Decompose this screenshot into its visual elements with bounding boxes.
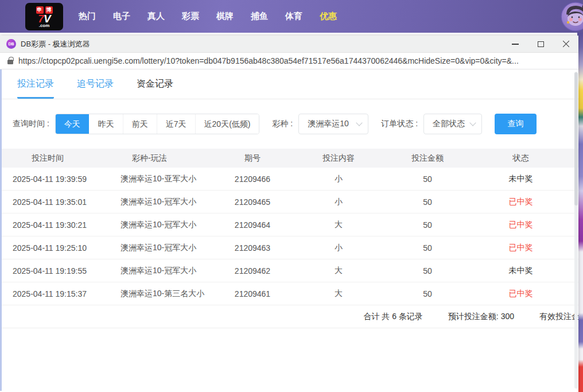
column-header-5: 状态 [468, 153, 574, 164]
time-option-2[interactable]: 前天 [123, 114, 157, 134]
column-header-3: 投注内容 [290, 153, 387, 164]
cell-content: 小 [290, 197, 387, 207]
cell-time: 2025-04-11 19:25:10 [0, 243, 112, 253]
cell-content: 大 [290, 220, 387, 230]
tab-0[interactable]: 投注记录 [17, 69, 54, 99]
table-row: 2025-04-11 19:39:59澳洲幸运10-亚军大小21209466小5… [0, 168, 578, 191]
cell-issue: 21209462 [215, 266, 290, 275]
scrollbar-thumb[interactable] [574, 72, 578, 205]
cell-amount: 50 [387, 197, 468, 207]
cell-status: 未中奖 [468, 266, 574, 276]
maximize-icon [538, 41, 544, 47]
cell-issue: 21209464 [215, 220, 290, 230]
cell-issue: 21209465 [215, 197, 290, 207]
window-left-edge [0, 69, 2, 391]
time-option-0[interactable]: 今天 [56, 114, 89, 134]
window-title: DB彩票 - 极速浏览器 [21, 39, 90, 49]
site-logo[interactable]: 申 博 7V .com [25, 3, 63, 30]
record-tabs: 投注记录追号记录资金记录 [0, 69, 578, 99]
table-row: 2025-04-11 19:15:37澳洲幸运10-第三名大小21209461大… [0, 282, 578, 305]
tab-1[interactable]: 追号记录 [77, 69, 114, 99]
cell-game: 澳洲幸运10-冠军大小 [112, 243, 215, 253]
table-row: 2025-04-11 19:30:21澳洲幸运10-冠军大小21209464大5… [0, 214, 578, 236]
close-button[interactable] [553, 36, 578, 52]
window-controls [503, 36, 578, 52]
cell-content: 小 [290, 243, 387, 253]
page-content: 投注记录追号记录资金记录 查询时间 : 今天昨天前天近7天近20天(低频) 彩种… [0, 69, 578, 391]
favicon-text: DB [8, 42, 14, 46]
cell-content: 大 [290, 266, 387, 276]
nav-item-4[interactable]: 棋牌 [208, 5, 242, 28]
nav-item-6[interactable]: 体育 [277, 5, 311, 28]
cell-issue: 21209463 [215, 243, 290, 253]
chevron-down-icon [356, 119, 363, 126]
order-status-label: 订单状态 : [381, 119, 418, 129]
time-option-4[interactable]: 近20天(低频) [195, 114, 259, 134]
time-filter-label: 查询时间 : [13, 119, 49, 129]
chevron-down-icon [469, 119, 476, 126]
top-nav-items: 热门电子真人彩票棋牌捕鱼体育优惠 [70, 5, 345, 28]
user-avatar[interactable] [561, 2, 583, 32]
cell-game: 澳洲幸运10-冠军大小 [112, 197, 215, 207]
tab-2[interactable]: 资金记录 [137, 69, 173, 99]
cell-amount: 50 [387, 266, 468, 275]
order-status-select[interactable]: 全部状态 [423, 114, 482, 134]
column-header-0: 投注时间 [0, 153, 112, 164]
summary-expected-amount: 预计投注金额: 300 [448, 312, 514, 322]
cell-issue: 21209461 [215, 289, 290, 298]
cell-game: 澳洲幸运10-冠军大小 [112, 266, 215, 276]
url-text: https://ctopcp02pcali.uengi5e.com/lotter… [18, 56, 519, 65]
cell-time: 2025-04-11 19:19:55 [0, 266, 112, 275]
search-button[interactable]: 查询 [495, 114, 537, 134]
nav-item-0[interactable]: 热门 [70, 5, 104, 28]
nav-item-2[interactable]: 真人 [139, 5, 173, 28]
column-header-1: 彩种-玩法 [112, 153, 215, 164]
scrollbar[interactable] [574, 72, 578, 389]
table-body: 2025-04-11 19:39:59澳洲幸运10-亚军大小21209466小5… [0, 168, 578, 305]
time-option-1[interactable]: 昨天 [89, 114, 123, 134]
avatar-illustration [561, 2, 583, 32]
filter-bar: 查询时间 : 今天昨天前天近7天近20天(低频) 彩种 : 澳洲幸运10 订单状… [0, 114, 578, 134]
cell-content: 大 [290, 289, 387, 299]
summary-row: 合计 共 6 条记录 预计投注金额: 300 有效投注金额 [0, 305, 578, 328]
summary-total: 合计 共 6 条记录 [363, 312, 422, 322]
cell-amount: 50 [387, 220, 468, 230]
lottery-select[interactable]: 澳洲幸运10 [298, 114, 368, 134]
cell-status: 已中奖 [468, 289, 574, 299]
nav-item-1[interactable]: 电子 [104, 5, 139, 28]
cell-time: 2025-04-11 19:30:21 [0, 220, 112, 230]
minimize-button[interactable] [503, 36, 528, 52]
cell-issue: 21209466 [215, 174, 290, 184]
site-favicon: DB [6, 39, 16, 49]
time-range-segments: 今天昨天前天近7天近20天(低频) [55, 114, 260, 134]
cell-amount: 50 [387, 243, 468, 253]
lock-icon [7, 60, 13, 64]
cell-content: 小 [290, 174, 387, 184]
column-header-4: 投注金额 [387, 153, 468, 164]
maximize-button[interactable] [528, 36, 553, 52]
cell-amount: 50 [387, 289, 468, 298]
order-status-value: 全部状态 [433, 119, 465, 129]
logo-suffix: .com [39, 24, 50, 28]
cell-time: 2025-04-11 19:15:37 [0, 289, 112, 298]
screen: 申 博 7V .com 热门电子真人彩票棋牌捕鱼体育优惠 [0, 0, 583, 392]
nav-item-7[interactable]: 优惠 [311, 5, 345, 28]
nav-item-5[interactable]: 捕鱼 [242, 5, 277, 28]
cell-time: 2025-04-11 19:39:59 [0, 174, 112, 184]
lottery-select-value: 澳洲幸运10 [308, 119, 349, 129]
table-row: 2025-04-11 19:25:10澳洲幸运10-冠军大小21209463小5… [0, 236, 578, 259]
cell-status: 已中奖 [468, 220, 574, 230]
cell-status: 未中奖 [468, 174, 574, 184]
close-icon [562, 40, 570, 48]
cell-game: 澳洲幸运10-亚军大小 [112, 174, 215, 184]
summary-valid-amount: 有效投注金额 [539, 312, 578, 322]
window-titlebar[interactable]: DB DB彩票 - 极速浏览器 [0, 36, 578, 52]
minimize-icon [512, 44, 519, 45]
table-header: 投注时间彩种-玩法期号投注内容投注金额状态 [0, 149, 578, 168]
browser-window: DB DB彩票 - 极速浏览器 https://ctopcp02pcali.ue… [0, 36, 578, 392]
cell-amount: 50 [387, 174, 468, 184]
cell-game: 澳洲幸运10-冠军大小 [112, 220, 215, 230]
address-bar[interactable]: https://ctopcp02pcali.uengi5e.com/lotter… [0, 52, 578, 69]
time-option-3[interactable]: 近7天 [157, 114, 195, 134]
nav-item-3[interactable]: 彩票 [173, 5, 208, 28]
